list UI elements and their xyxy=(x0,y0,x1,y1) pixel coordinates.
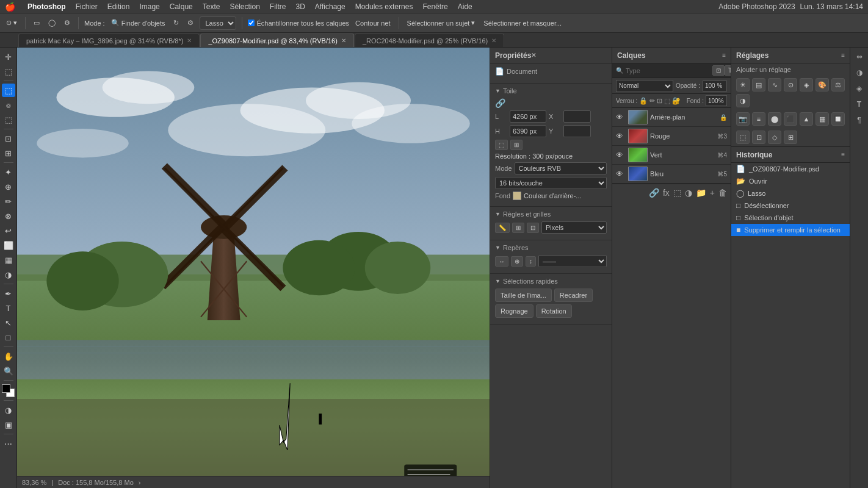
menu-fichier[interactable]: Fichier xyxy=(76,2,98,11)
menu-modules[interactable]: Modules externes xyxy=(355,2,413,11)
hist-item-1[interactable]: 📂 Ouvrir xyxy=(731,175,850,187)
lock-draw[interactable]: ✏ xyxy=(649,97,655,105)
lasso-mode-select[interactable]: Lasso xyxy=(200,16,236,30)
lock-all[interactable]: 🔐 xyxy=(672,97,681,105)
rule-icon-3[interactable]: ⊡ xyxy=(527,223,539,233)
adj-extra3[interactable]: ◇ xyxy=(768,131,781,144)
echantillonner-checkbox[interactable]: Échantillonner tous les calques xyxy=(248,20,349,27)
menu-fenetre[interactable]: Fenêtre xyxy=(422,2,447,11)
tool-pen[interactable]: ✒ xyxy=(2,287,15,300)
layers-search-input[interactable] xyxy=(626,67,710,74)
canvas-area[interactable]: ▌ 83,36 % | Doc : 155,8 Mo/155,8 Mo › xyxy=(17,48,490,488)
layer-add-btn[interactable]: + xyxy=(710,188,715,198)
layer-add-adj-btn[interactable]: ◑ xyxy=(685,188,692,198)
taille-ima-btn[interactable]: Taille de l'ima... xyxy=(495,289,552,302)
layer-delete-btn[interactable]: 🗑 xyxy=(718,188,727,198)
adj-posterize[interactable]: ⬛ xyxy=(784,112,797,126)
adj-extra4[interactable]: ⊞ xyxy=(784,131,797,144)
layer-rouge[interactable]: 👁 Rouge ⌘3 xyxy=(612,127,731,146)
finder-objet[interactable]: 🔍 Finder d'objets xyxy=(109,18,168,28)
settings-btn[interactable]: ⚙ xyxy=(185,18,196,28)
tool-screen[interactable]: ▣ xyxy=(2,418,15,431)
adj-invert[interactable]: ⬤ xyxy=(768,112,781,126)
tool-move[interactable]: ✛ xyxy=(2,50,15,63)
tool-shape-circle[interactable]: ◯ xyxy=(46,18,58,28)
adj-select-color[interactable]: 🔲 xyxy=(831,112,845,126)
adj-curves[interactable]: ∿ xyxy=(768,78,781,92)
fr-para-btn[interactable]: ¶ xyxy=(853,113,866,127)
layer-add-mask-btn[interactable]: ⬚ xyxy=(673,188,681,198)
tool-crop[interactable]: ⊡ xyxy=(2,132,15,145)
rotation-btn[interactable]: Rotation xyxy=(536,304,572,318)
echantillonner-check[interactable] xyxy=(248,20,255,26)
tool-shape-rect[interactable]: ▭ xyxy=(31,18,42,28)
mode-select[interactable]: Couleurs RVB xyxy=(515,162,607,174)
tool-hand[interactable]: ✋ xyxy=(2,350,15,363)
tool-lasso[interactable]: ⌾ xyxy=(2,98,15,112)
hist-menu[interactable]: ≡ xyxy=(841,151,845,158)
tool-selection[interactable]: ⬚ xyxy=(2,84,15,97)
hist-item-0[interactable]: 📄 _OZ90807-Modifier.psd xyxy=(731,163,850,175)
tool-dodge[interactable]: ◑ xyxy=(2,268,15,281)
bits-select[interactable]: 16 bits/couche xyxy=(495,177,607,189)
selectionner-sujet-btn[interactable]: Sélectionner un sujet ▾ xyxy=(405,18,478,28)
blend-mode-select[interactable]: Normal xyxy=(616,80,673,92)
rule-icon-1[interactable]: 📏 xyxy=(495,223,510,233)
menu-calque[interactable]: Calque xyxy=(170,2,193,11)
adj-gradient-map[interactable]: ▦ xyxy=(816,112,829,126)
menu-selection[interactable]: Sélection xyxy=(230,2,259,11)
tool-lasso-options[interactable]: ⊙ ▾ xyxy=(4,18,20,28)
rules-header[interactable]: ▼ Règles et grilles xyxy=(495,210,607,218)
tool-eraser[interactable]: ⬜ xyxy=(2,239,15,252)
fr-align-btn[interactable]: ⇔ xyxy=(853,50,866,63)
layer-add-style-btn[interactable]: fx xyxy=(663,188,670,198)
layer-background[interactable]: 👁 Arrière-plan 🔒 xyxy=(612,108,731,127)
tool-stamp[interactable]: ⊗ xyxy=(2,209,15,223)
opacity-input[interactable] xyxy=(703,81,727,92)
layer-filter-kind[interactable]: ⊡ xyxy=(712,65,725,76)
hist-item-5[interactable]: ■ Supprimer et remplir la sélection xyxy=(731,224,850,236)
menu-edition[interactable]: Edition xyxy=(107,2,130,11)
repere-icon-2[interactable]: ⊕ xyxy=(511,256,523,267)
adj-threshold[interactable]: ▲ xyxy=(800,112,813,126)
menu-aide[interactable]: Aide xyxy=(458,2,472,11)
menu-filtre[interactable]: Filtre xyxy=(270,2,286,11)
repere-icon-3[interactable]: ↕ xyxy=(526,256,536,267)
hist-item-2[interactable]: ◯ Lasso xyxy=(731,187,850,199)
pixels-select[interactable]: Pixels xyxy=(541,221,607,234)
tab-1[interactable]: _OZ90807-Modifier.psd @ 83,4% (RVB/16) ✕ xyxy=(200,34,354,47)
menu-photoshop[interactable]: Photoshop xyxy=(27,2,66,11)
refresh-btn[interactable]: ↻ xyxy=(171,18,181,28)
tool-brush[interactable]: ✏ xyxy=(2,195,15,208)
hist-item-4[interactable]: □ Sélection d'objet xyxy=(731,212,850,224)
tab-0[interactable]: patrick Mac Kay – IMG_3896.jpeg @ 314% (… xyxy=(18,34,200,47)
adj-vibrance[interactable]: ◈ xyxy=(800,78,813,92)
tool-artboard[interactable]: ⬚ xyxy=(2,65,15,78)
layer-vert-eye[interactable]: 👁 xyxy=(616,151,626,159)
tab-2-close[interactable]: ✕ xyxy=(491,37,496,44)
tool-zoom[interactable]: 🔍 xyxy=(2,364,15,378)
tab-2[interactable]: _ROC2048-Modifier.psd @ 25% (RVB/16) ✕ xyxy=(355,34,504,47)
tool-mask[interactable]: ◑ xyxy=(2,403,15,417)
repere-line-select[interactable]: —— xyxy=(538,255,607,267)
adj-menu[interactable]: ≡ xyxy=(841,52,845,59)
properties-close[interactable]: ✕ xyxy=(531,52,536,59)
menu-3d[interactable]: 3D xyxy=(296,2,305,11)
menu-image[interactable]: Image xyxy=(139,2,159,11)
adj-levels[interactable]: ▤ xyxy=(752,78,765,92)
tool-history-brush[interactable]: ↩ xyxy=(2,224,15,237)
adj-exposure[interactable]: ⊙ xyxy=(784,78,797,92)
adj-chan[interactable]: ≡ xyxy=(752,112,765,126)
menu-texte[interactable]: Texte xyxy=(203,2,220,11)
document-header[interactable]: 📄 Document xyxy=(495,67,607,76)
adj-hsl[interactable]: 🎨 xyxy=(816,78,829,92)
layer-bleu-eye[interactable]: 👁 xyxy=(616,170,626,178)
x-input[interactable] xyxy=(563,110,591,123)
rognage-btn[interactable]: Rognage xyxy=(495,304,533,318)
toile-header[interactable]: ▼ Toile xyxy=(495,87,607,95)
foreground-color-box[interactable] xyxy=(2,384,10,393)
hist-item-3[interactable]: □ Désélectionner xyxy=(731,199,850,212)
layer-link-btn[interactable]: 🔗 xyxy=(649,188,659,198)
layer-vert[interactable]: 👁 Vert ⌘4 xyxy=(612,146,731,165)
menu-affichage[interactable]: Affichage xyxy=(315,2,345,11)
